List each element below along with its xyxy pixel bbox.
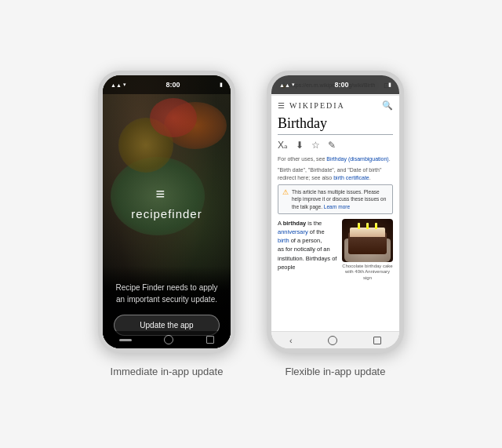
image-caption: Chocolate birthday cake with 40th Annive…	[342, 264, 393, 282]
cake-candles	[355, 223, 380, 229]
phone2-device: ▲▲ ▾ 8:00 ▮ 🔒 https://en.m.wikipedia.org…	[267, 71, 404, 353]
disambig-period: .	[389, 156, 391, 162]
phone2-signal-icons: ▲▲ ▾	[279, 82, 295, 88]
phone1-status-bar: ▲▲ ▾ 8:00 ▮	[103, 75, 231, 94]
phone2-screen: ▲▲ ▾ 8:00 ▮ 🔒 https://en.m.wikipedia.org…	[271, 75, 399, 348]
recipe-burger-icon	[156, 185, 178, 202]
home-nav-btn[interactable]	[328, 336, 337, 345]
wiki-action-icons: Xₐ ⬇ ☆ ✎	[278, 140, 393, 151]
wiki-page-title: Birthday	[278, 115, 393, 135]
disambig-link[interactable]: Birthday (disambiguation)	[326, 156, 388, 162]
candle-2	[366, 223, 369, 229]
main-container: ▲▲ ▾ 8:00 ▮	[82, 55, 420, 393]
back-button[interactable]	[119, 339, 132, 341]
candle-1	[358, 223, 360, 229]
signal-icon: ▲▲	[111, 82, 122, 88]
phone1-section: ▲▲ ▾ 8:00 ▮	[98, 71, 235, 377]
phone1-screen: ▲▲ ▾ 8:00 ▮	[103, 75, 231, 348]
wikipedia-content: ☰ Wikipedia 🔍 Birthday Xₐ ⬇ ☆ ✎ For othe…	[271, 96, 399, 330]
phone2-battery-icons: ▮	[388, 82, 391, 88]
wiki-notice-box: ⚠ This article has multiple issues. Plea…	[278, 184, 393, 213]
phone1-time: 8:00	[166, 81, 180, 89]
phone2-time: 8:00	[334, 81, 348, 89]
phone1-nav-bar	[103, 331, 231, 348]
battery-icon: ▮	[220, 82, 223, 88]
wiki-edit-icon[interactable]: ✎	[328, 140, 336, 151]
recents-button[interactable]	[206, 336, 214, 344]
food-blob-4	[150, 98, 197, 137]
phone1-signal-icons: ▲▲ ▾	[111, 82, 126, 88]
wiki-image-box: Chocolate birthday cake with 40th Annive…	[342, 219, 393, 282]
phone2-nav-bar: ‹	[271, 331, 399, 348]
wifi-icon: ▾	[123, 82, 126, 88]
birth-cert-link[interactable]: birth certificate	[333, 175, 369, 180]
notice-warning-icon: ⚠	[282, 188, 289, 196]
phone1-device: ▲▲ ▾ 8:00 ▮	[98, 71, 235, 353]
back-nav-btn[interactable]: ‹	[289, 336, 293, 345]
home-button[interactable]	[164, 335, 173, 344]
recipe-logo: recipefinder	[103, 185, 231, 220]
wiki-menu-icon[interactable]: ☰	[278, 101, 285, 110]
phone2-status-bar: ▲▲ ▾ 8:00 ▮	[271, 75, 399, 94]
disambig-prefix: For other uses, see	[278, 156, 326, 162]
phone1-battery-icons: ▮	[220, 82, 223, 88]
phone2-section: ▲▲ ▾ 8:00 ▮ 🔒 https://en.m.wikipedia.org…	[267, 71, 404, 377]
birth-link[interactable]: birth	[278, 237, 289, 244]
learn-more-link[interactable]: Learn more	[324, 204, 350, 209]
wiki-search-icon[interactable]: 🔍	[382, 100, 393, 111]
wiki-disambig-note: For other uses, see Birthday (disambigua…	[278, 155, 393, 163]
wiki-translate-icon[interactable]: Xₐ	[278, 140, 288, 151]
wiki-menu-bar: ☰ Wikipedia 🔍	[278, 100, 393, 111]
notice-text: This article has multiple issues. Please…	[292, 188, 388, 209]
wifi-icon-2: ▾	[292, 82, 295, 88]
signal-icon-2: ▲▲	[279, 82, 290, 88]
birthday-cake-image	[342, 219, 393, 262]
recipe-app-name: recipefinder	[131, 207, 202, 220]
phone1-caption: Immediate in-app update	[111, 366, 224, 377]
recents-nav-btn[interactable]	[373, 337, 381, 344]
battery-icon-2: ▮	[388, 82, 391, 88]
wiki-star-icon[interactable]: ☆	[311, 140, 320, 151]
update-message: Recipe Finder needs to apply an importan…	[114, 282, 220, 305]
candle-3	[375, 223, 377, 229]
wiki-brand: Wikipedia	[289, 101, 345, 110]
wiki-download-icon[interactable]: ⬇	[296, 140, 304, 151]
wiki-redirect-note: "Birth date", "Birthdate", and "Date of …	[278, 166, 393, 182]
phone2-caption: Flexible in-app update	[286, 366, 386, 377]
anniversary-link[interactable]: anniversary	[278, 228, 308, 235]
